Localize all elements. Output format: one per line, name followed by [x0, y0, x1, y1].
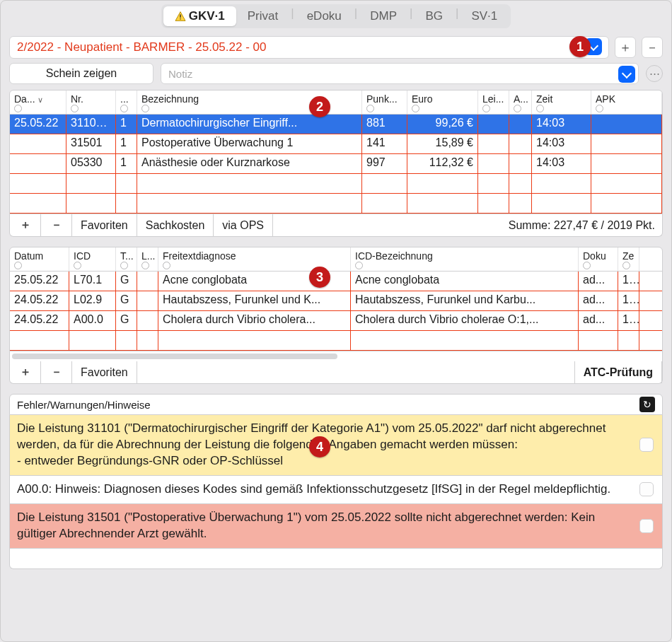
- diagnoses-col-6[interactable]: Doku: [579, 247, 618, 271]
- errors-title: Fehler/Warnungen/Hinweise: [17, 399, 151, 411]
- atc-check[interactable]: ATC-Prüfung: [574, 361, 662, 383]
- diagnoses-col-7[interactable]: Ze: [618, 247, 639, 271]
- services-col-1[interactable]: Nr.: [66, 91, 116, 114]
- table-row[interactable]: 25.05.2231101...1Dermatochirurgischer Ei…: [10, 115, 662, 134]
- tab-bg[interactable]: BG: [414, 6, 454, 26]
- diagnoses-add[interactable]: ＋: [10, 361, 41, 383]
- diagnoses-remove[interactable]: －: [41, 361, 72, 383]
- services-col-2[interactable]: ...: [116, 91, 137, 114]
- services-col-7[interactable]: A...: [509, 91, 532, 114]
- more-menu[interactable]: ⋯: [646, 65, 663, 82]
- tab-sv-1[interactable]: SV·1: [460, 6, 509, 26]
- table-row[interactable]: 24.05.22L02.9GHautabszess, Furunkel und …: [10, 291, 662, 311]
- services-favoriten[interactable]: Favoriten: [72, 214, 137, 236]
- error-message: Die Leistung 31101 ("Dermatochirurgische…: [10, 415, 662, 476]
- schein-title[interactable]: 2/2022 - Neupatient - BARMER - 25.05.22 …: [9, 36, 609, 59]
- services-col-5[interactable]: Euro: [407, 91, 478, 114]
- table-row[interactable]: [10, 194, 662, 214]
- diagnoses-col-2[interactable]: T...: [116, 247, 137, 271]
- diagnoses-col-0[interactable]: Datum: [10, 247, 69, 271]
- error-message: A00.0: Hinweis: Diagnosen dieses Kodes s…: [10, 476, 662, 504]
- diagnoses-col-1[interactable]: ICD: [69, 247, 116, 271]
- tab-privat[interactable]: Privat: [236, 6, 289, 26]
- services-toolbar: ＋ － Favoriten Sachkosten via OPS Summe: …: [9, 214, 663, 237]
- svg-rect-1: [180, 18, 180, 19]
- services-sachkosten[interactable]: Sachkosten: [137, 214, 214, 236]
- note-placeholder: Notiz: [168, 68, 192, 80]
- services-col-4[interactable]: Punk...: [362, 91, 407, 114]
- services-col-8[interactable]: Zeit: [532, 91, 591, 114]
- diagnoses-toolbar: ＋ － Favoriten ATC-Prüfung: [9, 361, 663, 384]
- badge-2: 2: [309, 96, 330, 117]
- svg-rect-0: [180, 14, 180, 17]
- table-row[interactable]: 25.05.22L70.1GAcne conglobataAcne conglo…: [10, 272, 662, 291]
- services-col-6[interactable]: Lei...: [478, 91, 509, 114]
- errors-header: Fehler/Warnungen/Hinweise ↻: [9, 394, 663, 415]
- note-input[interactable]: Notiz: [161, 63, 639, 84]
- diagnoses-col-5[interactable]: ICD-Bezeichnung: [351, 247, 579, 271]
- table-row[interactable]: 24.05.22A00.0GCholera durch Vibrio chole…: [10, 311, 662, 331]
- error-checkbox[interactable]: [639, 482, 654, 496]
- error-message: Die Leistung 31501 ("Postoperative Überw…: [10, 504, 662, 549]
- tab-edoku[interactable]: eDoku: [296, 6, 353, 26]
- services-col-9[interactable]: APK: [591, 91, 662, 114]
- top-tabs: GKV·1Privat|eDoku|DMP|BG|SV·1: [1, 1, 671, 32]
- tab-dmp[interactable]: DMP: [359, 6, 408, 26]
- badge-3: 3: [309, 267, 330, 288]
- errors-refresh[interactable]: ↻: [639, 397, 655, 412]
- diagnoses-col-3[interactable]: L...: [137, 247, 158, 271]
- note-dropdown[interactable]: [618, 66, 635, 83]
- diagnoses-favoriten[interactable]: Favoriten: [72, 361, 137, 383]
- badge-1: 1: [569, 36, 591, 57]
- error-checkbox[interactable]: [639, 519, 654, 533]
- table-row[interactable]: [10, 331, 662, 351]
- remove-button[interactable]: －: [642, 37, 663, 58]
- errors-list: Die Leistung 31101 ("Dermatochirurgische…: [9, 415, 663, 569]
- diagnoses-table: DatumICDT...L...FreitextdiagnoseICD-Beze…: [9, 247, 663, 351]
- table-row[interactable]: 053301Anästhesie oder Kurznarkose997112,…: [10, 154, 662, 174]
- services-remove[interactable]: －: [41, 214, 72, 236]
- schein-zeigen-button[interactable]: Schein zeigen: [9, 63, 153, 84]
- services-col-0[interactable]: Da... ∨: [10, 91, 66, 114]
- badge-4: 4: [309, 436, 330, 457]
- services-table: Da... ∨Nr....BezeichnungPunk...EuroLei..…: [9, 90, 663, 214]
- services-add[interactable]: ＋: [10, 214, 41, 236]
- table-row[interactable]: 315011Postoperative Überwachung 114115,8…: [10, 134, 662, 154]
- error-checkbox[interactable]: [639, 438, 654, 452]
- diagnoses-hscroll[interactable]: [9, 351, 663, 361]
- services-via-ops[interactable]: via OPS: [214, 214, 273, 236]
- table-row[interactable]: [10, 174, 662, 194]
- add-button[interactable]: ＋: [615, 37, 636, 58]
- services-sum: Summe: 227,47 € / 2019 Pkt.: [502, 219, 662, 232]
- tab-gkv-1[interactable]: GKV·1: [163, 6, 236, 26]
